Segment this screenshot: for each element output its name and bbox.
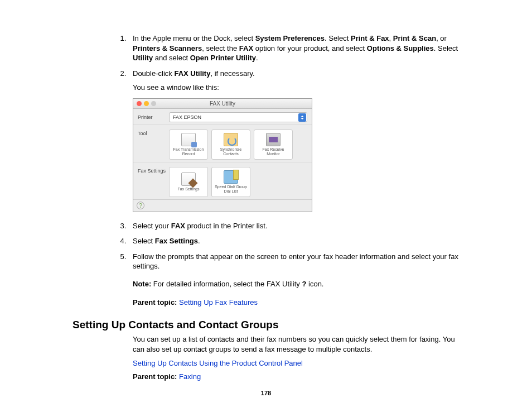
page-number: 178 (0, 390, 532, 396)
instruction-list-cont: Select your FAX product in the Printer l… (72, 221, 460, 271)
instruction-list: In the Apple menu or the Dock, select Sy… (72, 33, 460, 93)
parent-link-1[interactable]: Setting Up Fax Features (179, 298, 258, 306)
window-title: FAX Utility (210, 100, 235, 107)
settings-icon (181, 173, 196, 186)
fax-transmission-record-button[interactable]: Fax Transmission Record (169, 130, 208, 160)
monitor-icon (266, 133, 280, 146)
list-icon (224, 170, 238, 184)
tool-label: Tool (138, 128, 169, 136)
contacts-link[interactable]: Setting Up Contacts Using the Product Co… (133, 359, 303, 367)
minimize-icon[interactable] (144, 101, 149, 106)
window-traffic-lights[interactable] (137, 101, 156, 106)
step-4: Select Fax Settings. (128, 236, 460, 246)
zoom-icon[interactable] (151, 101, 156, 106)
step-2-note: You see a window like this: (133, 83, 460, 93)
step-5: Follow the prompts that appear on the sc… (128, 252, 460, 271)
parent-topic-1: Parent topic: Setting Up Fax Features (133, 298, 460, 308)
parent-topic-2: Parent topic: Faxing (133, 372, 460, 382)
printer-label: Printer (138, 112, 169, 120)
window-titlebar: FAX Utility (133, 99, 312, 109)
close-icon[interactable] (137, 101, 142, 106)
section-paragraph: You can set up a list of contacts and th… (133, 334, 460, 354)
fax-settings-button[interactable]: Fax Settings (169, 167, 208, 197)
step-2: Double-click FAX Utility, if necessary. … (128, 69, 460, 93)
printer-dropdown[interactable]: FAX EPSON (169, 112, 307, 122)
section-heading: Setting Up Contacts and Contact Groups (72, 319, 460, 331)
step-3: Select your FAX product in the Printer l… (128, 221, 460, 231)
chevron-updown-icon (298, 113, 306, 122)
fax-settings-label: Fax Settings (138, 166, 169, 174)
document-icon (181, 133, 196, 146)
synchronize-contacts-button[interactable]: Synchronize Contacts (211, 130, 250, 160)
help-icon[interactable]: ? (137, 202, 144, 209)
printer-dropdown-value: FAX EPSON (173, 114, 201, 120)
step-1: In the Apple menu or the Dock, select Sy… (128, 33, 460, 63)
speed-dial-list-button[interactable]: Speed Dial/ Group Dial List (211, 167, 250, 197)
parent-link-2[interactable]: Faxing (179, 372, 201, 381)
fax-receive-monitor-button[interactable]: Fax Receive Monitor (254, 130, 293, 160)
sync-icon (224, 133, 238, 146)
note-line: Note: For detailed information, select t… (133, 279, 460, 289)
fax-utility-window: FAX Utility Printer FAX EPSON Tool Fax T… (133, 98, 312, 212)
